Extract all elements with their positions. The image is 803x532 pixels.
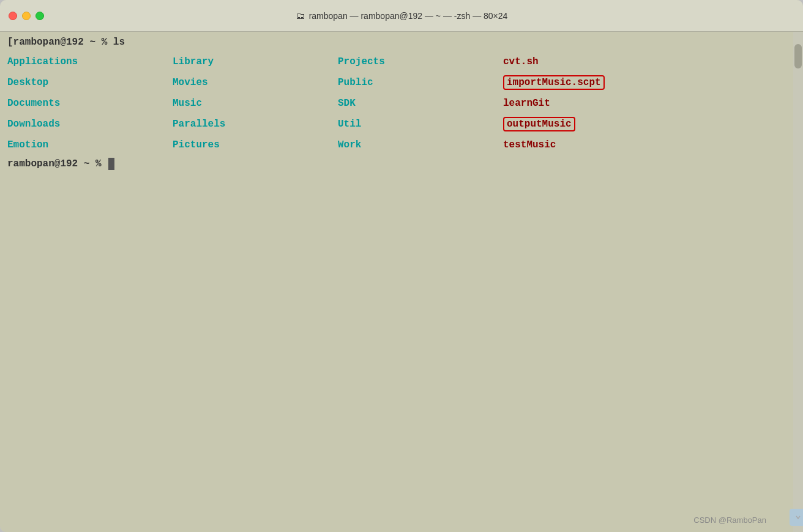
scrollbar[interactable]	[793, 32, 803, 532]
col1-applications: Applications	[7, 51, 173, 72]
window-title: 🗂 rambopan — rambopan@192 — ~ — -zsh — 8…	[296, 10, 508, 21]
prompt-line-1: [rambopan@192 ~ % ls	[7, 37, 796, 48]
terminal-window: 🗂 rambopan — rambopan@192 — ~ — -zsh — 8…	[0, 0, 803, 532]
col3-util: Util	[338, 114, 503, 135]
col3-sdk: SDK	[338, 93, 503, 114]
titlebar: 🗂 rambopan — rambopan@192 — ~ — -zsh — 8…	[0, 0, 803, 32]
col4-testmusic: testMusic	[503, 135, 796, 155]
scrollbar-thumb[interactable]	[794, 44, 802, 68]
col1-documents: Documents	[7, 93, 173, 114]
col3-work: Work	[338, 135, 503, 155]
watermark: CSDN @RamboPan	[693, 515, 766, 525]
prompt-text-1: [rambopan@192 ~ % ls	[7, 37, 125, 48]
ls-output: Applications Library Projects cvt.sh Des…	[7, 51, 796, 155]
scroll-arrow-bottom[interactable]	[790, 509, 803, 526]
col1-emotion: Emotion	[7, 135, 173, 155]
col4-outputmusic: outputMusic	[503, 114, 796, 135]
prompt-line-2: rambopan@192 ~ %	[7, 158, 796, 170]
terminal-body[interactable]: [rambopan@192 ~ % ls Applications Librar…	[0, 32, 803, 532]
prompt-text-2: rambopan@192 ~ %	[7, 158, 107, 169]
traffic-lights	[9, 12, 44, 20]
minimize-button[interactable]	[22, 12, 31, 20]
col1-downloads: Downloads	[7, 114, 173, 135]
col3-projects: Projects	[338, 51, 503, 72]
close-button[interactable]	[9, 12, 17, 20]
col3-public: Public	[338, 72, 503, 93]
col4-cvtsh: cvt.sh	[503, 51, 796, 72]
chevron-down-icon	[795, 514, 801, 520]
col4-learngit: learnGit	[503, 93, 796, 114]
folder-icon: 🗂	[296, 10, 305, 21]
col2-movies: Movies	[173, 72, 338, 93]
col2-music: Music	[173, 93, 338, 114]
maximize-button[interactable]	[35, 12, 44, 20]
col2-pictures: Pictures	[173, 135, 338, 155]
col4-importmusic: importMusic.scpt	[503, 72, 796, 93]
col2-parallels: Parallels	[173, 114, 338, 135]
highlight-importmusic: importMusic.scpt	[503, 75, 605, 90]
cursor	[108, 158, 114, 170]
title-label: rambopan — rambopan@192 — ~ — -zsh — 80×…	[309, 11, 508, 21]
col1-desktop: Desktop	[7, 72, 173, 93]
col2-library: Library	[173, 51, 338, 72]
highlight-outputmusic: outputMusic	[503, 117, 575, 131]
